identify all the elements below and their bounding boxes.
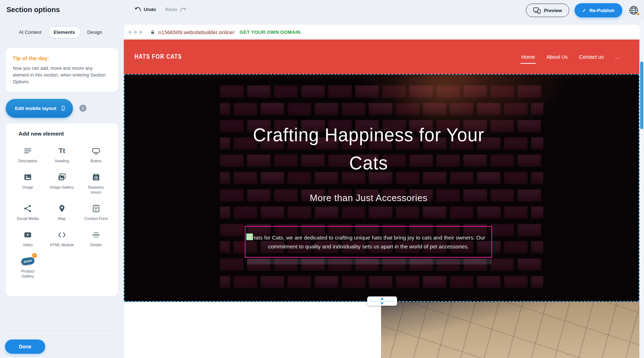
undo-button[interactable]: Undo xyxy=(134,6,156,12)
redo-label: Redo xyxy=(165,7,178,12)
redo-icon xyxy=(180,7,186,12)
element-social-media[interactable]: Social Media xyxy=(11,202,45,222)
element-html-module[interactable]: HTML Module xyxy=(45,228,79,249)
preview-button[interactable]: Preview xyxy=(526,4,569,17)
paving-image xyxy=(381,302,639,358)
contact-form-icon xyxy=(92,203,100,214)
element-label: Map xyxy=(58,216,65,221)
scrollbar-thumb[interactable] xyxy=(640,62,643,129)
divider-icon xyxy=(92,230,100,240)
nav-contact-us[interactable]: Contact us xyxy=(579,54,604,60)
tip-body: Now you can add, move and resize any ele… xyxy=(13,65,110,85)
sidebar: AI Content Elements Design Tip of the da… xyxy=(0,21,124,358)
hero-section[interactable]: Crafting Happiness for Your Cats More th… xyxy=(124,74,639,302)
element-label: Business Hours xyxy=(83,185,109,195)
element-label: Image xyxy=(22,185,33,190)
devices-icon xyxy=(533,7,541,14)
lock-icon xyxy=(150,30,155,35)
element-label: Heading xyxy=(55,158,69,163)
element-image[interactable]: Image xyxy=(11,170,45,196)
language-globe-button[interactable] xyxy=(628,4,640,16)
site-url[interactable]: n1566589.websitebuilder.online/ xyxy=(158,29,234,35)
element-description[interactable]: Description xyxy=(11,144,45,165)
html-module-icon xyxy=(58,230,66,240)
topbar-actions: Preview ✓ Re-Publish xyxy=(526,3,640,17)
map-icon xyxy=(58,203,66,214)
element-video[interactable]: Video xyxy=(11,228,45,249)
element-grid: Description Tt Heading Button Ima xyxy=(11,144,113,280)
edit-mobile-label: Edit mobile layout xyxy=(15,106,56,111)
element-label: Contact Form xyxy=(84,216,107,221)
site-nav: Home About Us Contact us ... xyxy=(521,54,619,60)
tab-elements[interactable]: Elements xyxy=(48,26,81,38)
element-label: HTML Module xyxy=(50,242,74,247)
info-icon[interactable]: i xyxy=(79,105,86,112)
section-resize-handle[interactable] xyxy=(367,296,397,306)
site-header[interactable]: HATS FOR CATS Home About Us Contact us .… xyxy=(124,40,639,74)
hero-paragraph[interactable]: Hats for Cats, we are dedicated to craft… xyxy=(246,227,491,251)
element-toolbar-shadow xyxy=(247,259,492,264)
button-icon xyxy=(92,146,100,156)
business-hours-icon xyxy=(92,172,100,183)
get-domain-link[interactable]: GET YOUR OWN DOMAIN xyxy=(239,30,300,35)
window-dots-icon xyxy=(128,31,142,34)
next-section[interactable] xyxy=(124,302,639,358)
element-label: Video xyxy=(23,242,32,247)
resize-arrows-icon xyxy=(370,298,395,305)
element-product-gallery[interactable]: SHOP ↑ Product Gallery xyxy=(11,254,45,280)
add-element-title: Add new element xyxy=(19,131,113,137)
scrollbar-track[interactable] xyxy=(639,21,644,358)
undo-label: Undo xyxy=(144,7,156,12)
hero-heading[interactable]: Crafting Happiness for Your Cats xyxy=(248,121,490,177)
element-button[interactable]: Button xyxy=(79,144,113,165)
element-label: Product Gallery xyxy=(15,269,41,279)
browser-chrome: n1566589.websitebuilder.online/ GET YOUR… xyxy=(124,25,639,40)
undo-icon xyxy=(134,6,141,12)
done-button[interactable]: Done xyxy=(5,339,45,354)
sidebar-divider xyxy=(5,331,116,331)
upgrade-badge-icon: ↑ xyxy=(32,253,37,258)
topbar: Section options Undo Redo Preview xyxy=(0,0,644,21)
element-heading[interactable]: Tt Heading xyxy=(45,144,79,165)
image-icon xyxy=(23,172,32,183)
hero-subheading[interactable]: More than Just Accessories xyxy=(244,193,493,204)
element-map[interactable]: Map xyxy=(45,202,79,222)
element-label: Image Gallery xyxy=(50,185,74,190)
tip-of-the-day-card: Tip of the day: Now you can add, move an… xyxy=(6,48,118,92)
social-media-icon xyxy=(23,203,32,214)
preview-label: Preview xyxy=(544,8,562,13)
site-canvas: n1566589.websitebuilder.online/ GET YOUR… xyxy=(124,25,639,358)
nav-home[interactable]: Home xyxy=(521,54,535,60)
history-controls: Undo Redo xyxy=(134,6,186,12)
tab-design[interactable]: Design xyxy=(82,27,107,38)
selected-text-element[interactable]: Hats for Cats, we are dedicated to craft… xyxy=(245,226,492,258)
element-label: Social Media xyxy=(17,216,39,221)
element-divider[interactable]: Divider xyxy=(79,228,113,249)
nav-more[interactable]: ... xyxy=(615,54,619,60)
site-logo[interactable]: HATS FOR CATS xyxy=(134,53,182,60)
notification-dot xyxy=(637,13,639,15)
nav-about-us[interactable]: About Us xyxy=(547,54,568,60)
element-business-hours[interactable]: Business Hours xyxy=(79,170,113,196)
product-gallery-icon: SHOP ↑ xyxy=(21,256,35,267)
edit-mobile-layout-button[interactable]: Edit mobile layout xyxy=(6,99,73,118)
page-title: Section options xyxy=(6,6,60,14)
heading-icon: Tt xyxy=(59,146,65,156)
element-image-gallery[interactable]: Image Gallery xyxy=(45,170,79,196)
element-drag-handle[interactable] xyxy=(246,233,253,240)
phone-icon xyxy=(60,104,66,112)
edit-mobile-row: Edit mobile layout i xyxy=(6,99,118,118)
redo-button[interactable]: Redo xyxy=(165,7,187,12)
republish-button[interactable]: ✓ Re-Publish xyxy=(575,3,622,17)
sidebar-tabs: AI Content Elements Design xyxy=(14,26,107,38)
app-window: Section options Undo Redo Preview xyxy=(0,0,644,358)
check-icon: ✓ xyxy=(582,8,586,13)
tip-title: Tip of the day: xyxy=(13,55,111,61)
republish-label: Re-Publish xyxy=(589,8,614,13)
element-label: Description xyxy=(18,158,37,163)
add-element-panel: Add new element Description Tt Heading xyxy=(6,123,118,296)
description-icon xyxy=(23,146,32,156)
tab-ai-content[interactable]: AI Content xyxy=(14,27,47,38)
element-contact-form[interactable]: Contact Form xyxy=(79,202,113,222)
image-gallery-icon xyxy=(58,172,66,183)
